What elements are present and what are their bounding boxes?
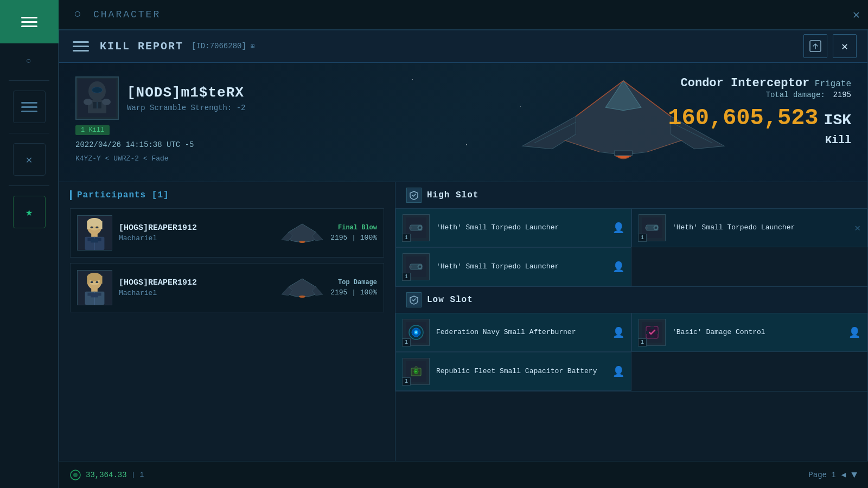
kill-info-left: [NODS]m1$teRX Warp Scramble Strength: -2… (59, 63, 341, 182)
fitting-item-low-1[interactable]: 1 Federation Navy Small Afterburner 👤 (395, 313, 631, 352)
participant-2-avatar-image (78, 270, 112, 305)
panel-actions: ✕ (803, 34, 857, 58)
export-button[interactable] (803, 34, 827, 58)
participants-panel: Participants [1] (59, 182, 395, 461)
fitting-item-icon-high-1: 1 (403, 214, 430, 241)
svg-point-30 (91, 226, 93, 228)
high-slot-title: High Slot (427, 190, 478, 200)
fitting-item-name-low-3: Republic Fleet Small Capacitor Battery (436, 367, 606, 376)
pagination-arrow-left[interactable]: ◀ (841, 470, 846, 479)
participant-2-avatar (77, 270, 112, 305)
low-slot-header: Low Slot (395, 287, 867, 313)
low-slot-title: Low Slot (427, 295, 473, 305)
svg-marker-4 (522, 117, 576, 149)
svg-point-57 (299, 296, 305, 298)
high-slot-icon (406, 188, 422, 203)
fitting-item-person-low-1: 👤 (612, 326, 624, 338)
copy-icon[interactable]: ⊞ (251, 43, 254, 50)
participant-card-1[interactable]: [HOGS]REAPER1912 Machariel Final Blow 21… (70, 208, 384, 258)
bottom-icon-area: 33,364.33 | 1 (69, 469, 144, 481)
fittings-panel: High Slot 1 (395, 182, 867, 461)
fitting-item-low-3[interactable]: + 1 Republic Fleet Small Capacitor Batte… (395, 352, 631, 391)
participants-title: Participants [1] (70, 190, 384, 200)
fitting-item-person-low-2: 👤 (848, 326, 860, 338)
top-close-button[interactable]: ✕ (853, 8, 860, 22)
low-slot-section: Low Slot 1 (395, 287, 867, 391)
kill-badge: 1 Kill (75, 125, 110, 135)
svg-rect-36 (91, 239, 98, 243)
item-count-3: 1 (402, 273, 411, 281)
sidebar-character-icon: ◯ (27, 57, 31, 64)
machariel-icon (280, 222, 324, 244)
svg-marker-37 (286, 224, 318, 242)
hero-star (520, 106, 521, 107)
high-slot-items: 1 'Heth' Small Torpedo Launcher 👤 (395, 208, 867, 286)
svg-rect-81 (650, 336, 654, 338)
damage-label: Total damage: (766, 91, 825, 99)
fitting-item-low-2[interactable]: 1 'Basic' Damage Control 👤 (631, 313, 867, 352)
svg-text:+: + (414, 370, 417, 375)
pagination: Page 1 ◀ ▼ (808, 470, 857, 480)
fitting-item-high-3[interactable]: 1 'Heth' Small Torpedo Launcher 👤 (395, 247, 631, 286)
sidebar-divider-3 (9, 185, 49, 186)
kill-info-right: Condor Interceptor Frigate Total damage:… (668, 76, 851, 146)
sidebar-divider-1 (9, 80, 49, 81)
panel-id: [ID:7066280] ⊞ (192, 42, 254, 50)
victim-header: [NODS]m1$teRX Warp Scramble Strength: -2 (75, 76, 325, 120)
svg-rect-28 (87, 221, 90, 229)
sidebar: ◯ ✕ ★ (0, 0, 59, 488)
victim-name: [NODS]m1$teRX (127, 85, 245, 101)
export-icon (809, 40, 821, 52)
svg-point-40 (299, 241, 305, 243)
svg-point-72 (419, 266, 421, 268)
fitting-item-person-high-1: 👤 (612, 222, 624, 234)
svg-rect-60 (409, 227, 412, 229)
item-count-low-2: 1 (638, 338, 647, 346)
filter-button[interactable]: ▼ (851, 470, 857, 480)
svg-rect-70 (409, 266, 412, 268)
hero-star (412, 79, 413, 80)
victim-avatar-image (78, 79, 116, 117)
close-panel-button[interactable]: ✕ (833, 34, 857, 58)
participant-2-name: [HOGS]REAPER1912 (119, 278, 274, 287)
top-damage-label: Top Damage (330, 279, 377, 286)
fitting-item-name-high-3: 'Heth' Small Torpedo Launcher (436, 262, 606, 272)
participant-1-ship: Machariel (119, 234, 274, 242)
slot-shield-icon (409, 190, 419, 200)
sidebar-menu-icon-btn[interactable] (13, 91, 46, 123)
fitting-item-name-low-2: 'Basic' Damage Control (672, 328, 842, 337)
svg-point-62 (419, 227, 421, 229)
isk-value: 160,605,523 (668, 105, 818, 131)
panel-menu-button[interactable] (70, 35, 92, 57)
svg-point-19 (84, 99, 92, 105)
kill-timestamp: 2022/04/26 14:15:38 UTC -5 (75, 140, 325, 149)
sidebar-star-btn[interactable]: ★ (13, 196, 46, 228)
svg-rect-11 (615, 151, 633, 156)
isk-row: 160,605,523 ISK (668, 102, 851, 131)
svg-rect-45 (87, 276, 90, 284)
sidebar-close-btn[interactable]: ✕ (13, 143, 46, 176)
participant-1-name: [HOGS]REAPER1912 (119, 223, 274, 233)
sidebar-menu-button[interactable] (0, 0, 59, 43)
item-count-low-1: 1 (402, 338, 411, 346)
participant-1-info: [HOGS]REAPER1912 Machariel (119, 223, 274, 242)
final-blow-label: Final Blow (330, 224, 377, 232)
participant-2-stats: Top Damage 2195 | 100% (330, 279, 377, 297)
bottom-bar: 33,364.33 | 1 Page 1 ◀ ▼ (59, 461, 868, 488)
participant-1-damage-row: 2195 | 100% (330, 234, 377, 242)
item-count-1: 1 (402, 234, 411, 242)
svg-point-67 (655, 227, 657, 229)
victim-details: [NODS]m1$teRX Warp Scramble Strength: -2 (127, 85, 245, 112)
fitting-item-high-2-right[interactable]: 1 'Heth' Small Torpedo Launcher ✕ (631, 208, 867, 247)
fitting-item-person-high-3: 👤 (612, 261, 624, 273)
fitting-item-icon-low-2: 1 (639, 319, 666, 346)
high-slot-header: High Slot (395, 182, 867, 208)
participant-card-2[interactable]: [HOGS]REAPER1912 Machariel Top Damage 21… (70, 263, 384, 312)
character-header: ◯ CHARACTER ✕ (59, 0, 868, 30)
low-slot-icon (406, 292, 422, 307)
hamburger-icon (21, 17, 37, 27)
kill-hero-section: [NODS]m1$teRX Warp Scramble Strength: -2… (59, 63, 867, 182)
fitting-item-high-1[interactable]: 1 'Heth' Small Torpedo Launcher 👤 (395, 208, 631, 247)
fitting-item-person-low-3: 👤 (612, 365, 624, 377)
bottom-bar-value: 33,364.33 (86, 471, 127, 479)
